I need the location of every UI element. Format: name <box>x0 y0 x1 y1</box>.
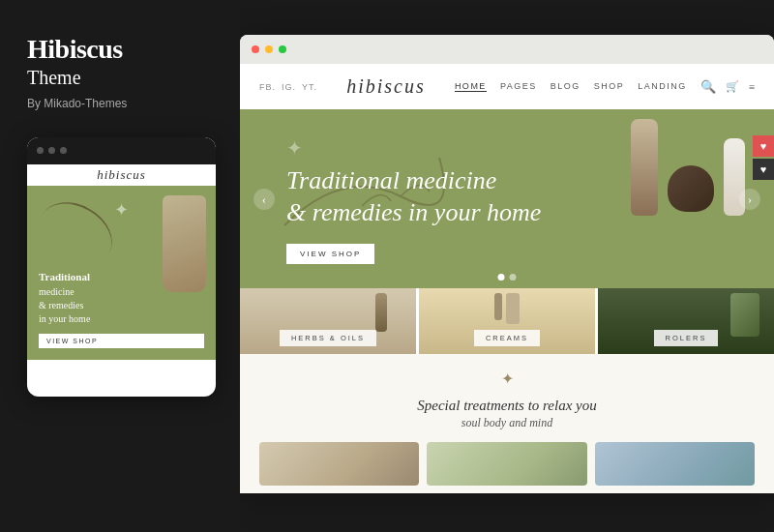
cream-bottles-icon <box>494 293 520 324</box>
mobile-cta-button[interactable]: VIEW SHOP <box>39 334 204 348</box>
bottle-round <box>668 165 714 212</box>
nav-blog[interactable]: BLOG <box>551 81 580 92</box>
product-item-1[interactable] <box>259 442 419 486</box>
mobile-dot-2 <box>48 147 55 154</box>
site-logo[interactable]: hibiscus <box>317 75 455 98</box>
mobile-hero-text: Traditional medicine & remedies in your … <box>39 270 204 325</box>
category-rolers-label: ROLERS <box>654 330 719 346</box>
hero-dot-1[interactable] <box>498 274 505 281</box>
hero-slider: ✦ Traditional medicine & remedies in you… <box>240 109 774 288</box>
theme-by: By Mikado-Themes <box>27 97 213 110</box>
browser-dot-red[interactable] <box>252 45 259 53</box>
floating-icons: ♥ ♥ <box>753 135 774 180</box>
social-yt[interactable]: YT. <box>302 82 317 92</box>
roler-img <box>730 293 759 337</box>
category-grid: HERBS & OILS CREAMS ROLERS <box>240 288 774 354</box>
browser-window: FB. IG. YT. hibiscus HOME PAGES BLOG SHO… <box>240 35 774 493</box>
hero-cta-button[interactable]: VIEW SHOP <box>286 244 374 264</box>
menu-icon[interactable]: ≡ <box>749 81 755 93</box>
hero-content: ✦ Traditional medicine & remedies in you… <box>286 136 541 264</box>
category-herbs-label: HERBS & OILS <box>280 330 376 346</box>
left-panel: Hibiscus Theme By Mikado-Themes hibiscus… <box>0 0 240 532</box>
cart-icon[interactable]: 🛒 <box>726 80 739 93</box>
search-icon[interactable]: 🔍 <box>700 79 716 95</box>
hero-bottles <box>631 119 745 216</box>
nav-shop[interactable]: SHOP <box>594 81 625 92</box>
mobile-mockup: hibiscus ✦ Traditional medicine & remedi… <box>27 137 216 397</box>
bottom-product-row <box>259 442 755 486</box>
product-item-2[interactable] <box>427 442 586 486</box>
mobile-header <box>27 137 216 164</box>
category-creams-label: CREAMS <box>474 330 540 346</box>
nav-icons: 🔍 🛒 ≡ <box>700 79 755 95</box>
website-content: FB. IG. YT. hibiscus HOME PAGES BLOG SHO… <box>240 64 774 493</box>
bottom-headline: Special treatments to relax you <box>417 396 597 416</box>
mobile-dot-1 <box>37 147 44 154</box>
floating-heart-icon-2[interactable]: ♥ <box>753 159 774 180</box>
bottom-decoration: ✦ <box>501 369 514 388</box>
theme-title: Hibiscus <box>27 35 213 65</box>
social-ig[interactable]: IG. <box>282 82 296 92</box>
floating-heart-icon-1[interactable]: ♥ <box>753 135 774 157</box>
category-creams[interactable]: CREAMS <box>419 288 595 354</box>
mobile-hero: ✦ Traditional medicine & remedies in you… <box>27 186 216 360</box>
browser-bar <box>240 35 774 64</box>
browser-dot-green[interactable] <box>279 45 286 53</box>
nav-social: FB. IG. YT. <box>259 82 317 92</box>
hero-dots <box>498 274 517 281</box>
mobile-branch <box>27 190 123 279</box>
bottle-tall <box>631 119 658 216</box>
hero-next-button[interactable]: › <box>739 189 760 210</box>
browser-dot-yellow[interactable] <box>265 45 273 53</box>
nav-home[interactable]: HOME <box>455 81 487 92</box>
nav-links: HOME PAGES BLOG SHOP LANDING <box>455 81 687 92</box>
social-fb[interactable]: FB. <box>259 82 276 92</box>
mobile-logo: hibiscus <box>27 164 216 186</box>
nav-pages[interactable]: PAGES <box>500 81 537 92</box>
theme-subtitle: Theme <box>27 67 213 89</box>
site-nav: FB. IG. YT. hibiscus HOME PAGES BLOG SHO… <box>240 64 774 109</box>
bottom-subheadline: soul body and mind <box>461 416 552 430</box>
nav-landing[interactable]: LANDING <box>638 81 687 92</box>
category-rolers[interactable]: ROLERS <box>598 288 774 354</box>
hero-dot-2[interactable] <box>510 274 517 281</box>
bottom-section: ✦ Special treatments to relax you soul b… <box>240 354 774 493</box>
mobile-dot-3 <box>60 147 67 154</box>
hero-prev-button[interactable]: ‹ <box>253 189 275 210</box>
herb-bottle-icon <box>375 293 387 332</box>
browser-outer: FB. IG. YT. hibiscus HOME PAGES BLOG SHO… <box>240 0 774 532</box>
hero-title: Traditional medicine & remedies in your … <box>286 165 541 228</box>
hero-decoration: ✦ <box>286 136 541 160</box>
category-herbs[interactable]: HERBS & OILS <box>240 288 416 354</box>
mobile-decoration: ✦ <box>114 199 129 221</box>
product-item-3[interactable] <box>595 442 755 486</box>
